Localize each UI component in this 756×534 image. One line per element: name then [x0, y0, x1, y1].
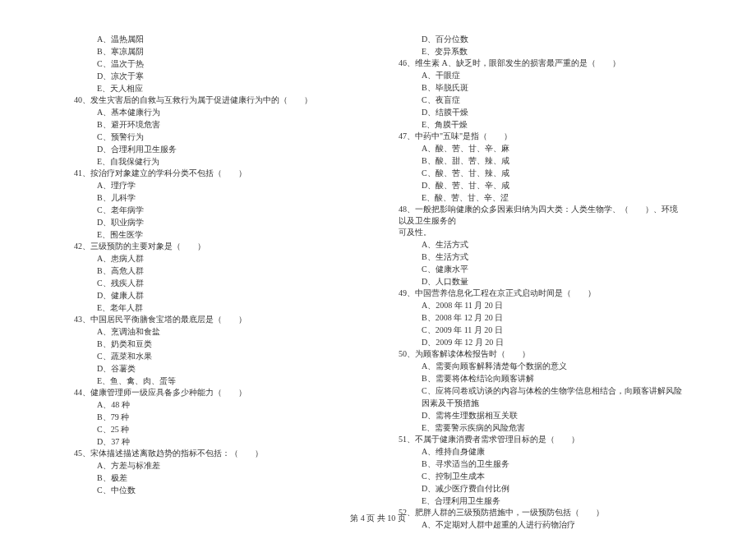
answer-option: A、基本健康行为	[74, 106, 357, 118]
right-column: D、百分位数E、变异系数46、维生素 A、缺乏时，眼部发生的损害最严重的是（ ）…	[399, 33, 682, 493]
answer-option: E、老年人群	[74, 302, 357, 314]
answer-option: D、谷薯类	[74, 362, 357, 375]
question-text: 50、为顾客解读体检报告时（ ）	[399, 348, 682, 360]
answer-option: C、应将问卷或访谈的内容与体检的生物学信息相结合，向顾客讲解风险因素及干预措施	[399, 384, 682, 409]
question-text: 47、中药中"五味"是指（ ）	[399, 131, 682, 142]
question-continuation: 可及性。	[399, 227, 682, 238]
answer-option: C、夜盲症	[399, 94, 682, 106]
answer-option: B、极差	[74, 472, 357, 484]
answer-option: C、中位数	[74, 484, 357, 496]
answer-option: C、25 种	[74, 423, 357, 435]
answer-option: A、烹调油和食盐	[74, 325, 357, 338]
answer-option: B、寻求适当的卫生服务	[399, 458, 682, 470]
answer-option: E、变异系数	[399, 45, 682, 58]
question-text: 41、按治疗对象建立的学科分类不包括（ ）	[74, 168, 357, 179]
question-text: 42、三级预防的主要对象是（ ）	[74, 241, 357, 252]
answer-option: D、健康人群	[74, 289, 357, 302]
answer-option: A、温热属阳	[74, 33, 357, 45]
answer-option: D、需将生理数据相互关联	[399, 409, 682, 421]
answer-option: D、职业病学	[74, 216, 357, 228]
answer-option: D、合理利用卫生服务	[74, 143, 357, 155]
answer-option: B、毕脱氏斑	[399, 81, 682, 94]
answer-option: E、酸、苦、甘、辛、涩	[399, 191, 682, 204]
answer-option: A、生活方式	[399, 238, 682, 251]
answer-option: C、健康水平	[399, 263, 682, 275]
answer-option: A、酸、苦、甘、辛、麻	[399, 142, 682, 154]
question-text: 46、维生素 A、缺乏时，眼部发生的损害最严重的是（ ）	[399, 58, 682, 69]
answer-option: A、理疗学	[74, 179, 357, 191]
answer-option: B、奶类和豆类	[74, 338, 357, 350]
answer-option: E、天人相应	[74, 82, 357, 94]
question-text: 48、一般把影响健康的众多因素归纳为四大类：人类生物学、（ ）、环境以及卫生服务…	[399, 204, 682, 227]
document-columns: A、温热属阳B、寒凉属阴C、温次于热D、凉次于寒E、天人相应40、发生灾害后的自…	[74, 33, 682, 493]
answer-option: B、79 种	[74, 411, 357, 423]
question-text: 44、健康管理师一级应具备多少种能力（ ）	[74, 387, 357, 398]
answer-option: A、干眼症	[399, 69, 682, 81]
left-column: A、温热属阳B、寒凉属阴C、温次于热D、凉次于寒E、天人相应40、发生灾害后的自…	[74, 33, 357, 493]
answer-option: C、2009 年 11 月 20 日	[399, 324, 682, 336]
answer-option: B、酸、甜、苦、辣、咸	[399, 154, 682, 167]
answer-option: D、减少医疗费自付比例	[399, 482, 682, 495]
answer-option: E、自我保健行为	[74, 155, 357, 168]
answer-option: C、蔬菜和水果	[74, 350, 357, 362]
answer-option: D、结膜干燥	[399, 106, 682, 118]
answer-option: E、围生医学	[74, 228, 357, 241]
answer-option: A、需要向顾客解释清楚每个数据的意义	[399, 360, 682, 372]
answer-option: B、2008 年 12 月 20 日	[399, 311, 682, 324]
answer-option: C、预警行为	[74, 131, 357, 143]
answer-option: A、方差与标准差	[74, 459, 357, 472]
answer-option: C、控制卫生成本	[399, 470, 682, 482]
answer-option: E、鱼、禽、肉、蛋等	[74, 375, 357, 387]
answer-option: E、角膜干燥	[399, 118, 682, 131]
answer-option: B、寒凉属阴	[74, 45, 357, 58]
answer-option: C、老年病学	[74, 204, 357, 216]
page-footer: 第 4 页 共 10 页	[0, 513, 756, 524]
answer-option: C、残疾人群	[74, 277, 357, 289]
answer-option: D、凉次于寒	[74, 70, 357, 82]
answer-option: A、患病人群	[74, 252, 357, 265]
answer-option: D、人口数量	[399, 275, 682, 288]
answer-option: D、百分位数	[399, 33, 682, 45]
question-text: 51、不属于健康消费者需求管理目标的是（ ）	[399, 434, 682, 445]
answer-option: B、避开环境危害	[74, 118, 357, 131]
answer-option: A、2008 年 11 月 20 日	[399, 299, 682, 311]
answer-option: C、温次于热	[74, 58, 357, 70]
answer-option: B、生活方式	[399, 251, 682, 263]
answer-option: B、需要将体检结论向顾客讲解	[399, 372, 682, 384]
answer-option: A、48 种	[74, 398, 357, 411]
question-text: 40、发生灾害后的自救与互救行为属于促进健康行为中的（ ）	[74, 94, 357, 106]
answer-option: E、合理利用卫生服务	[399, 495, 682, 507]
answer-option: D、酸、苦、甘、辛、咸	[399, 179, 682, 191]
answer-option: D、37 种	[74, 435, 357, 448]
answer-option: D、2009 年 12 月 20 日	[399, 336, 682, 348]
question-text: 45、宋体描述描述离散趋势的指标不包括：（ ）	[74, 448, 357, 459]
question-text: 43、中国居民平衡膳食宝塔的最底层是（ ）	[74, 314, 357, 325]
answer-option: A、维持自身健康	[399, 445, 682, 458]
question-text: 49、中国营养信息化工程在京正式启动时间是（ ）	[399, 288, 682, 299]
answer-option: E、需要警示疾病的风险危害	[399, 421, 682, 434]
answer-option: B、高危人群	[74, 265, 357, 277]
answer-option: B、儿科学	[74, 191, 357, 204]
answer-option: C、酸、苦、甘、辣、咸	[399, 167, 682, 179]
